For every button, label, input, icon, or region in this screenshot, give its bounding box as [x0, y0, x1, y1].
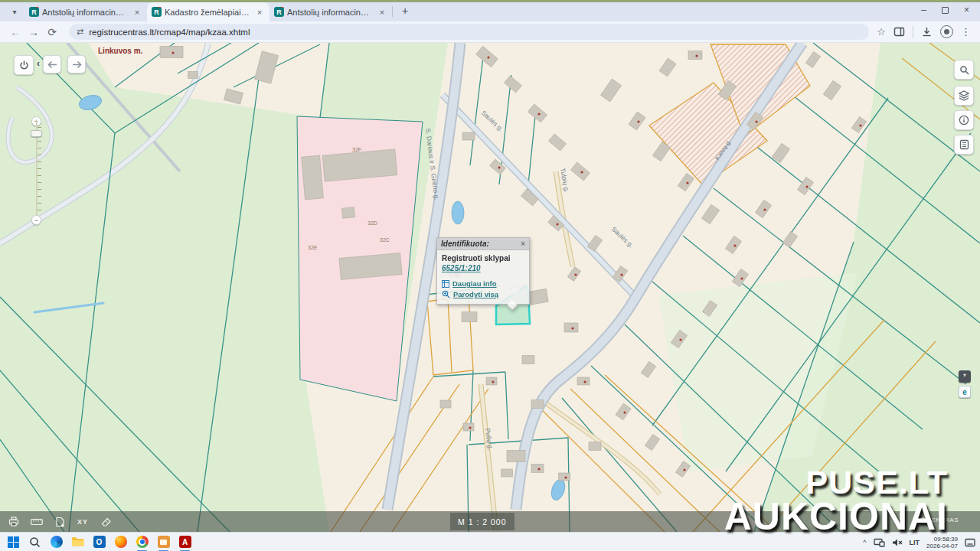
window-minimize-button[interactable]: – — [921, 5, 926, 15]
screen: ▾ ~R Antstolių informacinė sistema × ~R … — [0, 0, 980, 551]
map-layers-button[interactable] — [954, 86, 974, 106]
parcel-number-label: 32D — [368, 220, 377, 226]
video-border — [0, 0, 980, 2]
tab-close-icon[interactable]: × — [254, 7, 265, 18]
power-button[interactable] — [14, 55, 34, 75]
tab-title: Antstolių informacinė sistema — [42, 8, 129, 17]
magnifier-icon — [442, 290, 450, 298]
downloads-icon[interactable] — [921, 26, 933, 37]
tab-antstoliu-2[interactable]: ~R Antstolių informacinė sistema × — [270, 2, 392, 21]
document-list-icon — [959, 139, 969, 150]
show-all-link[interactable]: Parodyti visą — [453, 290, 498, 298]
side-panel-icon[interactable] — [893, 26, 905, 37]
firefox-icon — [115, 536, 127, 548]
outlook-button[interactable]: O — [92, 535, 106, 549]
zoom-slider-handle[interactable] — [31, 130, 42, 137]
acrobat-icon: A — [179, 536, 191, 548]
reload-icon[interactable]: ⟳ — [43, 23, 61, 41]
mail-app-button[interactable] — [156, 535, 171, 549]
popup-close-icon[interactable]: × — [521, 240, 525, 248]
print-tool-button[interactable] — [5, 514, 23, 529]
file-explorer-button[interactable] — [70, 535, 85, 549]
registru-centras-favicon: ~R — [152, 7, 162, 17]
registru-centras-favicon: ~R — [274, 7, 284, 17]
popup-header: Identifikuota: × — [436, 237, 530, 249]
info-icon — [959, 115, 969, 126]
map-info-button[interactable] — [954, 110, 974, 130]
toolbar-right: ☆ ⋮ — [877, 25, 974, 38]
zoom-slider-ticks — [38, 127, 41, 213]
printer-icon — [8, 517, 19, 527]
window-maximize-button[interactable] — [942, 7, 949, 14]
settings-gear-button[interactable]: * — [959, 370, 971, 383]
tab-kadastro-zemelapiai[interactable]: ~R Kadastro žemėlapiai 4.1.25 × — [147, 2, 270, 21]
parcel-number-label: 32C — [380, 237, 390, 243]
map-bottom-bar: XY M 1 : 2 000 © CENTRAS — [0, 511, 980, 532]
map-legend-button[interactable] — [954, 135, 974, 155]
cast-screen-icon[interactable] — [874, 538, 885, 547]
forward-icon[interactable]: → — [24, 23, 43, 41]
window-controls: – × — [910, 0, 980, 20]
edge-button[interactable] — [49, 535, 64, 549]
chrome-button[interactable] — [135, 535, 149, 549]
tab-close-icon[interactable]: × — [132, 7, 142, 18]
ruler-icon — [31, 518, 43, 526]
language-indicator[interactable]: LIT — [910, 539, 920, 546]
town-label: Linkuvos m. — [98, 47, 143, 55]
tab-antstoliu-1[interactable]: ~R Antstolių informacinė sistema × — [24, 2, 147, 21]
map-search-button[interactable] — [954, 60, 974, 80]
divider — [913, 26, 913, 38]
chevron-left-icon[interactable]: ‹ — [37, 58, 40, 69]
tab-close-icon[interactable]: × — [377, 7, 387, 18]
clock-date: 2026-04-07 — [926, 543, 958, 549]
registru-centras-favicon: ~R — [29, 7, 39, 17]
new-tab-button[interactable]: + — [397, 2, 413, 19]
site-info-icon[interactable]: ⇄ — [77, 27, 83, 37]
tray-expand-icon[interactable]: ^ — [863, 539, 866, 546]
folder-icon — [71, 536, 84, 547]
parcel-number-label: 32F — [352, 147, 361, 152]
xy-coordinates-tool-button[interactable]: XY — [74, 514, 92, 529]
add-page-tool-button[interactable] — [51, 514, 69, 529]
taskbar-clock[interactable]: 09:58:39 2026-04-07 — [926, 536, 958, 549]
edge-icon — [51, 536, 63, 548]
search-icon — [959, 65, 969, 75]
map-history-forward-button[interactable] — [67, 55, 86, 73]
back-icon[interactable]: ← — [6, 23, 24, 41]
notification-center-icon[interactable] — [965, 538, 975, 547]
layer-name: Registruoti sklypai — [442, 254, 524, 262]
export-e-button[interactable]: e — [959, 386, 971, 398]
layers-icon — [959, 90, 969, 101]
zoom-out-button[interactable]: − — [31, 215, 41, 225]
more-info-link[interactable]: Daugiau info — [452, 279, 497, 288]
windows-logo-icon — [8, 536, 19, 548]
map-history-back-button[interactable] — [43, 55, 61, 73]
system-tray: ^ LIT 09:58:39 2026-04-07 — [863, 533, 975, 551]
page-plus-icon — [55, 517, 65, 527]
firefox-button[interactable] — [113, 535, 128, 549]
mail-app-icon — [158, 536, 170, 548]
popup-title: Identifikuota: — [441, 240, 489, 248]
window-close-button[interactable]: × — [964, 5, 969, 15]
erase-tool-button[interactable] — [96, 514, 115, 529]
xy-label: XY — [77, 518, 88, 526]
zoom-slider[interactable]: + − — [31, 116, 43, 225]
measure-tool-button[interactable] — [28, 514, 46, 529]
tab-title: Kadastro žemėlapiai 4.1.25 — [165, 8, 251, 17]
address-bar[interactable]: ⇄ registrucentras.lt/rcmap4/map/kzaa.xht… — [69, 24, 869, 40]
url-text[interactable]: registrucentras.lt/rcmap4/map/kzaa.xhtml — [89, 28, 250, 37]
volume-muted-icon[interactable] — [892, 538, 903, 547]
chrome-menu-icon[interactable]: ⋮ — [961, 26, 971, 37]
table-info-icon — [442, 280, 449, 288]
browser-toolbar: ← → ⟳ ⇄ registrucentras.lt/rcmap4/map/kz… — [0, 21, 980, 43]
bookmark-star-icon[interactable]: ☆ — [877, 26, 886, 37]
parcel-number-link[interactable]: 6525/1:210 — [442, 264, 481, 272]
popup-body: Registruoti sklypai 6525/1:210 Daugiau i… — [436, 249, 530, 305]
start-button[interactable] — [6, 535, 21, 549]
profile-avatar-icon[interactable] — [940, 25, 953, 38]
tab-search-icon[interactable]: ▾ — [6, 4, 23, 19]
map-viewport[interactable]: Linkuvos m. S. Dariaus ir S. Girėno g. S… — [0, 43, 980, 532]
taskbar-search-button[interactable] — [28, 535, 42, 549]
acrobat-button[interactable]: A — [178, 535, 192, 549]
show-all-row: Parodyti visą — [442, 290, 524, 298]
